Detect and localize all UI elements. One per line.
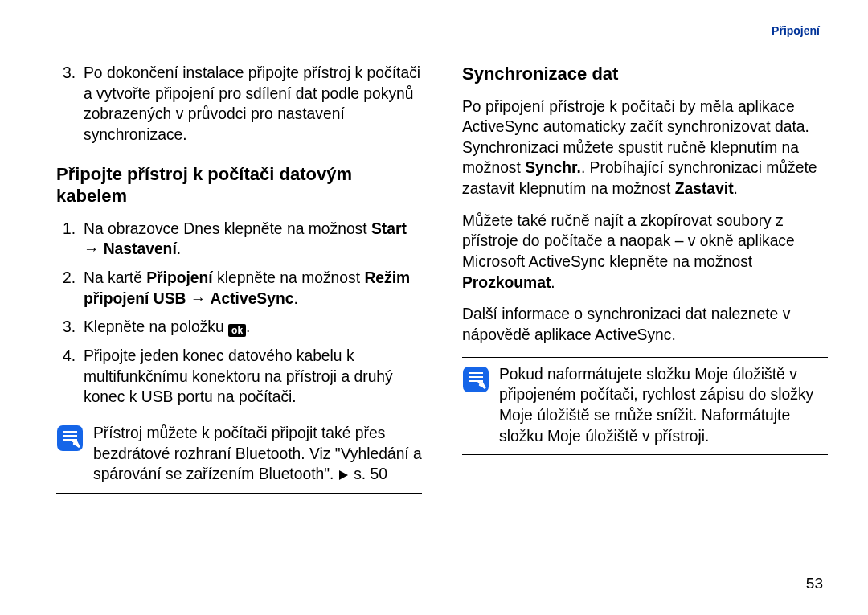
text-fragment: Na kartě [84, 269, 146, 286]
paragraph: Po připojení přístroje k počítači by měl… [462, 96, 828, 199]
note-box: Pokud naformátujete složku Moje úložiště… [462, 357, 828, 456]
list-text: Po dokončení instalace připojte přístroj… [84, 63, 422, 146]
section-header: Připojení [772, 24, 820, 37]
bold-fragment: Nastavení [104, 240, 177, 257]
list-number: 3. [56, 63, 76, 146]
note-text: Přístroj můžete k počítači připojit také… [93, 423, 422, 485]
arrow-glyph: → [186, 290, 210, 307]
arrow-glyph: → [84, 240, 104, 257]
bold-fragment: Synchr. [525, 159, 581, 176]
left-column: 3. Po dokončení instalace připojte příst… [56, 63, 422, 494]
paragraph: Další informace o synchronizaci dat nale… [462, 304, 828, 345]
text-fragment: Klepněte na položku [84, 318, 228, 335]
bold-fragment: Prozkoumat [462, 274, 551, 291]
note-box: Přístroj můžete k počítači připojit také… [56, 416, 422, 494]
list-item: 1. Na obrazovce Dnes klepněte na možnost… [56, 219, 422, 260]
steps-list: 1. Na obrazovce Dnes klepněte na možnost… [56, 219, 422, 408]
page: Připojení 3. Po dokončení instalace přip… [0, 0, 868, 615]
text-fragment: . [177, 240, 181, 257]
list-item: 4. Připojte jeden konec datového kabelu … [56, 346, 422, 408]
list-number: 2. [56, 268, 76, 309]
heading-connect-cable: Připojte přístroj k počítači datovým kab… [56, 163, 422, 207]
list-text: Na kartě Připojení klepněte na možnost R… [84, 268, 422, 309]
bold-fragment: Připojení [146, 269, 213, 286]
list-item: 3. Po dokončení instalace připojte příst… [56, 63, 422, 146]
list-item: 3. Klepněte na položku ok. [56, 317, 422, 338]
text-fragment: . [293, 290, 297, 307]
list-number: 4. [56, 346, 76, 408]
note-icon [462, 366, 489, 393]
list-number: 1. [56, 219, 76, 260]
right-column: Synchronizace dat Po připojení přístroje… [462, 63, 828, 494]
bold-fragment: Zastavit [675, 180, 734, 197]
note-text: Pokud naformátujete složku Moje úložiště… [499, 364, 828, 447]
two-column-layout: 3. Po dokončení instalace připojte příst… [56, 63, 828, 494]
list-text: Klepněte na položku ok. [84, 317, 422, 338]
list-text: Na obrazovce Dnes klepněte na možnost St… [84, 219, 422, 260]
text-fragment: Můžete také ručně najít a zkopírovat sou… [462, 212, 795, 270]
text-fragment: . [734, 180, 738, 197]
page-number: 53 [806, 575, 823, 592]
text-fragment: . [246, 318, 250, 335]
text-fragment: Na obrazovce Dnes klepněte na možnost [84, 220, 371, 237]
list-number: 3. [56, 317, 76, 338]
text-fragment: . [551, 274, 555, 291]
bold-fragment: Start [371, 220, 407, 237]
text-fragment: klepněte na možnost [213, 269, 365, 286]
note-icon [56, 424, 84, 452]
list-text: Připojte jeden konec datového kabelu k m… [84, 346, 422, 408]
triangle-icon [339, 470, 348, 480]
bold-fragment: ActiveSync [210, 290, 293, 307]
ok-icon: ok [228, 324, 246, 337]
list-item: 2. Na kartě Připojení klepněte na možnos… [56, 268, 422, 309]
intro-list: 3. Po dokončení instalace připojte příst… [56, 63, 422, 146]
heading-sync-data: Synchronizace dat [462, 63, 828, 85]
paragraph: Můžete také ručně najít a zkopírovat sou… [462, 211, 828, 293]
text-fragment: s. 50 [350, 465, 387, 482]
